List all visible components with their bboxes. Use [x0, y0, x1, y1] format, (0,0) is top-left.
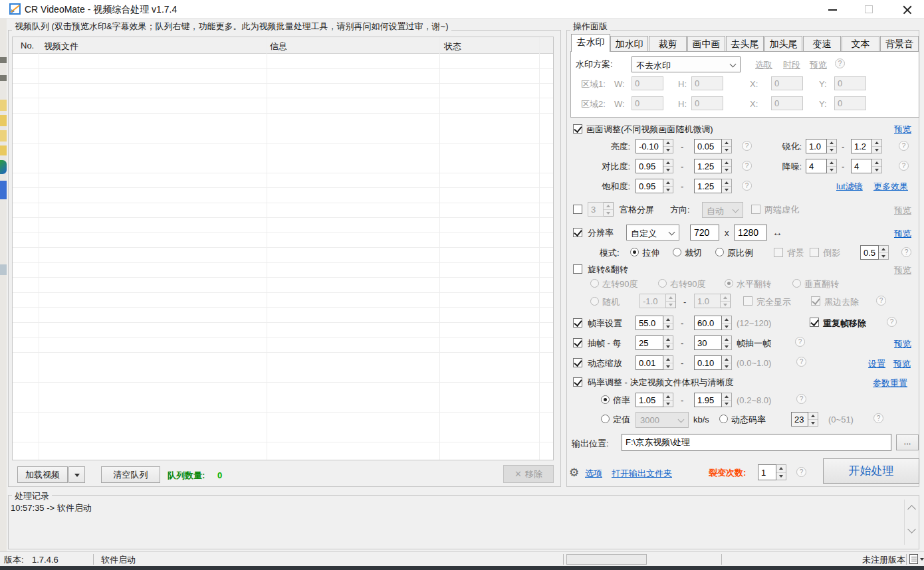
denoise-max-input[interactable]	[851, 159, 872, 173]
spin-up-icon[interactable]	[663, 159, 673, 167]
saturation-max-input[interactable]	[694, 179, 722, 193]
sharpen-min-input[interactable]	[806, 139, 827, 153]
spin-up-icon[interactable]	[722, 159, 731, 167]
resolution-preview-link[interactable]: 预览	[894, 228, 911, 240]
contrast-max-input[interactable]	[694, 159, 722, 173]
watermark-scheme-select[interactable]: 不去水印	[632, 56, 741, 72]
help-icon[interactable]: ?	[873, 413, 883, 423]
spin-down-icon[interactable]	[808, 420, 818, 427]
queue-table-body[interactable]	[13, 54, 553, 460]
original-ratio-radio[interactable]	[715, 248, 724, 256]
spin-down-icon[interactable]	[722, 147, 731, 153]
spin-down-icon[interactable]	[663, 324, 673, 330]
log-doc-icon[interactable]	[909, 554, 918, 564]
spin-up-icon[interactable]	[604, 203, 613, 210]
framerate-min-input[interactable]	[635, 316, 663, 330]
spin-up-icon[interactable]	[663, 336, 673, 343]
random-min-input[interactable]	[639, 294, 666, 308]
tab-remove-watermark[interactable]: 去水印	[571, 34, 610, 52]
browse-button[interactable]: ...	[896, 434, 919, 450]
region2-x-input[interactable]	[771, 96, 803, 110]
spin-up-icon[interactable]	[808, 413, 818, 420]
spin-up-icon[interactable]	[722, 393, 731, 401]
resolution-mode-select[interactable]: 自定义	[626, 225, 679, 240]
spin-down-icon[interactable]	[827, 147, 836, 153]
mult-min-input[interactable]	[635, 393, 663, 407]
dynamic-zoom-checkbox[interactable]	[573, 358, 582, 367]
black-edge-checkbox[interactable]	[811, 296, 820, 306]
minimize-button[interactable]	[817, 0, 848, 19]
spin-up-icon[interactable]	[879, 246, 888, 253]
spin-up-icon[interactable]	[722, 356, 731, 363]
spin-down-icon[interactable]	[722, 401, 731, 407]
saturation-min-input[interactable]	[635, 179, 663, 193]
region1-w-input[interactable]	[632, 76, 663, 90]
start-processing-button[interactable]: 开始处理	[823, 458, 919, 484]
help-icon[interactable]: ?	[899, 141, 909, 151]
spin-down-icon[interactable]	[604, 210, 613, 217]
picture-adjust-checkbox[interactable]	[573, 124, 582, 134]
bitrate-checkbox[interactable]	[573, 377, 582, 387]
region1-y-input[interactable]	[834, 76, 866, 90]
bitrate-multiplier-radio[interactable]	[601, 395, 610, 404]
tab-crop[interactable]: 裁剪	[649, 36, 687, 52]
spin-up-icon[interactable]	[666, 294, 675, 302]
rotate-right90-radio[interactable]	[658, 279, 667, 288]
maximize-button[interactable]	[854, 0, 884, 19]
column-info[interactable]: 信息	[270, 41, 287, 52]
vflip-radio[interactable]	[792, 279, 801, 288]
open-output-folder-link[interactable]: 打开输出文件夹	[612, 468, 672, 480]
zoom-min-input[interactable]	[635, 355, 663, 370]
gear-icon[interactable]: ⚙	[569, 466, 579, 480]
framerate-max-input[interactable]	[694, 316, 722, 330]
dedupe-frames-checkbox[interactable]	[810, 318, 819, 327]
help-icon[interactable]: ?	[796, 394, 806, 404]
swap-dimensions-icon[interactable]: ↔	[772, 227, 782, 238]
help-icon[interactable]: ?	[796, 467, 806, 477]
spin-down-icon[interactable]	[663, 147, 673, 153]
param-reset-link[interactable]: 参数重置	[873, 377, 907, 389]
sharpen-max-input[interactable]	[851, 139, 872, 153]
load-video-button[interactable]: 加载视频	[17, 466, 68, 483]
spin-up-icon[interactable]	[663, 179, 673, 187]
help-icon[interactable]: ?	[796, 357, 806, 367]
direction-select[interactable]: 自动	[702, 202, 743, 218]
help-icon[interactable]: ?	[876, 296, 886, 306]
spin-up-icon[interactable]	[722, 179, 731, 187]
zoom-preview-link[interactable]: 预览	[893, 358, 911, 370]
spin-up-icon[interactable]	[722, 336, 731, 343]
hflip-radio[interactable]	[725, 279, 733, 288]
extract-max-input[interactable]	[694, 335, 722, 350]
brightness-min-input[interactable]	[635, 139, 663, 153]
more-effects-link[interactable]: 更多效果	[873, 181, 908, 193]
help-icon[interactable]: ?	[901, 247, 911, 257]
load-video-dropdown-button[interactable]	[68, 466, 85, 483]
spin-down-icon[interactable]	[721, 302, 730, 308]
zoom-settings-link[interactable]: 设置	[868, 358, 885, 370]
fixed-bitrate-select[interactable]: 3000	[635, 412, 689, 428]
extract-min-input[interactable]	[635, 335, 663, 350]
timerange-link[interactable]: 时段	[783, 59, 800, 71]
spin-down-icon[interactable]	[872, 147, 881, 153]
reflection-checkbox[interactable]	[810, 248, 819, 257]
help-icon[interactable]: ?	[899, 161, 909, 171]
split-count-input[interactable]	[758, 464, 776, 480]
spin-up-icon[interactable]	[663, 356, 673, 363]
extract-preview-link[interactable]: 预览	[894, 338, 911, 350]
spin-down-icon[interactable]	[663, 401, 673, 407]
spin-down-icon[interactable]	[722, 343, 731, 350]
region1-h-input[interactable]	[691, 76, 723, 90]
zoom-max-input[interactable]	[694, 355, 722, 370]
options-link[interactable]: 选项	[585, 468, 602, 480]
spin-up-icon[interactable]	[722, 316, 731, 324]
spin-down-icon[interactable]	[722, 324, 731, 330]
rotate-left90-radio[interactable]	[590, 279, 599, 288]
region1-x-input[interactable]	[771, 76, 803, 90]
background-checkbox[interactable]	[774, 248, 783, 257]
output-path-input[interactable]	[622, 434, 891, 451]
region2-h-input[interactable]	[691, 96, 723, 110]
queue-table[interactable]: No. 视频文件 信息 状态	[12, 37, 554, 460]
full-display-checkbox[interactable]	[743, 296, 752, 306]
spin-up-icon[interactable]	[721, 294, 730, 302]
spin-up-icon[interactable]	[722, 140, 731, 147]
